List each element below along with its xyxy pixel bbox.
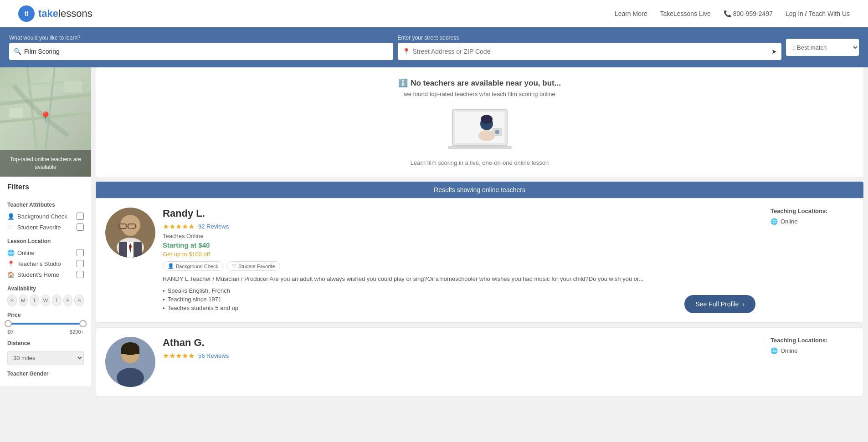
price-max: $200+ xyxy=(70,329,84,335)
svg-point-13 xyxy=(495,130,499,134)
day-mon[interactable]: M xyxy=(19,295,28,306)
map-roads xyxy=(0,67,91,149)
teach-with-us-link[interactable]: Teach With Us xyxy=(809,10,850,17)
header: tl takelessons Learn More TakeLessons Li… xyxy=(0,0,868,27)
teacher-card-athan: Athan G. ★★★★★ 56 Reviews Teaching Locat… xyxy=(96,327,863,396)
no-teachers-banner: ℹ️ No teachers are available near you, b… xyxy=(96,67,863,177)
background-check-checkbox[interactable] xyxy=(77,213,84,220)
auth-separator: / xyxy=(805,10,807,17)
day-sat[interactable]: S xyxy=(74,295,84,306)
online-filter: 🌐 Online xyxy=(7,247,84,258)
background-check-filter: 👤 Background Check xyxy=(7,211,84,222)
teacher-card-randy: Randy L. ★★★★★ 92 Reviews Teaches Online… xyxy=(96,198,863,323)
sidebar: 📍 Top-rated online teachers are availabl… xyxy=(0,67,91,396)
randy-teaching-loc-title: Teaching Locations: xyxy=(770,208,854,214)
sort-select[interactable]: ↕ Best match Price: Low to High Price: H… xyxy=(786,39,859,56)
randy-main: Randy L. ★★★★★ 92 Reviews Teaches Online… xyxy=(163,208,755,313)
randy-card-bottom: • Speaks English, French • Teaching sinc… xyxy=(163,287,755,313)
log-in-link[interactable]: Log In xyxy=(786,10,803,17)
day-tue[interactable]: T xyxy=(30,295,39,306)
day-thu[interactable]: T xyxy=(52,295,62,306)
randy-price: Starting at $40 xyxy=(163,241,755,249)
price-min: $0 xyxy=(7,329,13,335)
takelessons-live-link[interactable]: TakeLessons Live xyxy=(660,10,710,17)
student-favorite-label: Student Favorite xyxy=(17,224,61,231)
home-icon: 🏠 xyxy=(7,271,15,278)
randy-discount: Get up to $100 off xyxy=(163,251,755,258)
students-home-checkbox[interactable] xyxy=(77,271,84,278)
svg-rect-5 xyxy=(9,108,23,117)
price-title: Price xyxy=(7,312,84,318)
price-section: Price $0 $200+ xyxy=(7,312,84,335)
teachers-studio-filter: 📍 Teacher's Studio xyxy=(7,258,84,269)
location-group: Enter your street address 📍 ➤ xyxy=(398,35,782,60)
athan-reviews[interactable]: 56 Reviews xyxy=(198,352,229,359)
logo-icon: tl xyxy=(18,5,35,22)
day-fri[interactable]: F xyxy=(63,295,73,306)
learn-more-link[interactable]: Learn More xyxy=(615,10,647,17)
student-favorite-filter: ♡ Student Favorite xyxy=(7,222,84,233)
laptop-illustration xyxy=(105,105,854,155)
teacher-gender-title: Teacher Gender xyxy=(7,371,84,377)
athan-name: Athan G. xyxy=(163,337,755,349)
randy-bio: RANDY L.Teacher / Musician / Producer Ar… xyxy=(163,274,755,284)
badge-heart-icon: ♡ xyxy=(232,263,236,269)
teacher-attributes-title: Teacher Attributes xyxy=(7,202,84,208)
map: 📍 Top-rated online teachers are availabl… xyxy=(0,67,91,177)
randy-rating-row: ★★★★★ 92 Reviews xyxy=(163,222,755,231)
distance-select[interactable]: 30 miles 10 miles 20 miles 50 miles xyxy=(7,351,84,365)
athan-avatar-svg xyxy=(105,337,155,387)
subject-label: What would you like to learn? xyxy=(9,35,393,41)
location-label: Enter your street address xyxy=(398,35,782,41)
teachers-studio-label: Teacher's Studio xyxy=(17,260,61,267)
price-slider-min[interactable] xyxy=(5,320,12,327)
subject-group: What would you like to learn? 🔍 xyxy=(9,35,393,60)
price-slider-max[interactable] xyxy=(79,320,87,327)
online-checkbox[interactable] xyxy=(77,249,84,256)
students-home-filter: 🏠 Student's Home xyxy=(7,269,84,280)
day-wed[interactable]: W xyxy=(41,295,51,306)
availability-days: S M T W T F S xyxy=(7,295,84,306)
day-sun[interactable]: S xyxy=(7,295,17,306)
athan-rating-row: ★★★★★ 56 Reviews xyxy=(163,351,755,360)
subject-input[interactable] xyxy=(24,48,389,55)
navigate-icon: ➤ xyxy=(771,48,777,55)
randy-stars: ★★★★★ xyxy=(163,222,195,231)
subject-input-wrap: 🔍 xyxy=(9,43,393,60)
randy-info-list: • Speaks English, French • Teaching sinc… xyxy=(163,287,238,313)
price-slider-fill xyxy=(8,323,83,325)
filters-panel: Filters Teacher Attributes 👤 Background … xyxy=(0,177,91,386)
studio-icon: 📍 xyxy=(7,260,15,267)
randy-online-location: 🌐 Online xyxy=(770,218,854,225)
randy-avatar-svg xyxy=(105,208,155,258)
students-home-label: Student's Home xyxy=(17,271,59,278)
randy-online-icon: 🌐 xyxy=(770,218,778,225)
randy-badges: 👤 Background Check ♡ Student Favorite xyxy=(163,261,755,271)
svg-line-3 xyxy=(46,67,55,149)
athan-online-icon: 🌐 xyxy=(770,347,778,354)
randy-see-full-profile-button[interactable]: See Full Profile › xyxy=(684,295,755,313)
background-check-label: Background Check xyxy=(17,213,67,220)
filters-title: Filters xyxy=(7,183,84,195)
teachers-studio-checkbox[interactable] xyxy=(77,260,84,267)
background-check-icon: 👤 xyxy=(7,213,15,220)
info-icon: ℹ️ xyxy=(398,78,408,88)
student-favorite-checkbox[interactable] xyxy=(77,224,84,231)
no-teachers-sub: we found top-rated teachers who teach fi… xyxy=(105,91,854,97)
lesson-location-title: Lesson Location xyxy=(7,238,84,244)
location-icon: 📍 xyxy=(402,48,410,55)
content-area: ℹ️ No teachers are available near you, b… xyxy=(91,67,868,396)
randy-teaches: Teaches Online xyxy=(163,233,755,239)
availability-title: Availability xyxy=(7,285,84,292)
location-input[interactable] xyxy=(413,48,769,55)
randy-students-age: • Teaches students 5 and up xyxy=(163,305,238,311)
randy-languages: • Speaks English, French xyxy=(163,287,238,294)
logo-text: takelessons xyxy=(38,8,92,20)
location-input-wrap: 📍 ➤ xyxy=(398,43,782,60)
randy-name: Randy L. xyxy=(163,208,755,219)
svg-line-0 xyxy=(0,95,91,104)
randy-reviews[interactable]: 92 Reviews xyxy=(198,223,229,230)
results-header: Results showing online teachers xyxy=(96,182,863,198)
athan-online-location: 🌐 Online xyxy=(770,347,854,354)
svg-point-24 xyxy=(124,229,137,236)
